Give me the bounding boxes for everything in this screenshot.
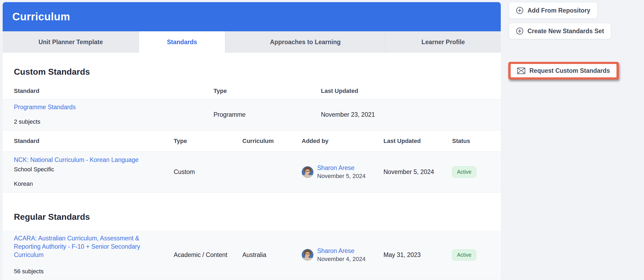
type-cell: Academic / Content	[174, 251, 242, 259]
button-label: Add From Repository	[527, 7, 590, 14]
added-by-meta: Sharon Arese November 5, 2024	[317, 164, 366, 180]
tab-label: Standards	[167, 39, 197, 46]
avatar	[302, 249, 313, 261]
added-by-user-link[interactable]: Sharon Arese	[317, 247, 366, 255]
custom-standards-table-header: Standard Type Last Updated	[3, 83, 501, 99]
added-by-date: November 4, 2024	[317, 256, 366, 263]
added-by-meta: Sharon Arese November 4, 2024	[317, 247, 366, 263]
subjects-count: 2 subjects	[14, 118, 214, 125]
tab-label: Learner Profile	[421, 39, 465, 46]
column-header-type: Type	[174, 138, 242, 145]
button-label: Request Custom Standards	[529, 67, 610, 74]
table-row-nck-standard: NCK: National Curriculum - Korean Langua…	[3, 152, 501, 192]
subjects-count: 56 subjects	[14, 268, 174, 275]
detail-table-header: Standard Type Curriculum Added by Last U…	[3, 130, 501, 152]
tab-standards[interactable]: Standards	[139, 31, 225, 53]
column-header-added-by: Added by	[302, 138, 383, 145]
curriculum-panel: Curriculum Unit Planner Template Standar…	[3, 2, 501, 280]
column-header-curriculum: Curriculum	[242, 138, 302, 145]
programme-standards-link[interactable]: Programme Standards	[14, 104, 214, 111]
tab-approaches-to-learning[interactable]: Approaches to Learning	[225, 31, 386, 53]
table-row-acara-standard: ACARA: Australian Curriculum, Assessment…	[3, 230, 501, 279]
added-by-cell: Sharon Arese November 5, 2024	[302, 164, 383, 180]
standard-scope: School Specific	[14, 166, 174, 173]
page-title: Curriculum	[12, 11, 70, 23]
tab-learner-profile[interactable]: Learner Profile	[386, 31, 501, 53]
column-header-standard: Standard	[14, 88, 214, 94]
tab-bar: Unit Planner Template Standards Approach…	[3, 31, 501, 53]
tab-label: Unit Planner Template	[38, 39, 103, 46]
column-header-standard: Standard	[14, 138, 174, 145]
last-updated-cell: November 5, 2024	[383, 168, 452, 176]
type-cell: Programme	[214, 111, 321, 118]
envelope-icon	[517, 67, 525, 74]
plus-circle-icon	[516, 27, 523, 35]
added-by-cell: Sharon Arese November 4, 2024	[302, 247, 383, 263]
last-updated-cell: May 31, 2023	[383, 251, 452, 259]
status-badge: Active	[452, 167, 476, 177]
request-custom-standards-button[interactable]: Request Custom Standards	[511, 64, 616, 77]
standard-cell: NCK: National Curriculum - Korean Langua…	[14, 152, 174, 192]
status-badge: Active	[452, 249, 476, 260]
custom-standards-heading: Custom Standards	[14, 67, 501, 77]
table-row-programme-standards: Programme Standards 2 subjects Programme…	[3, 99, 501, 130]
tab-label: Approaches to Learning	[270, 39, 341, 46]
plus-circle-icon	[516, 7, 523, 14]
column-header-type: Type	[214, 88, 321, 94]
column-header-last-updated: Last Updated	[321, 88, 499, 94]
tab-unit-planner-template[interactable]: Unit Planner Template	[3, 31, 139, 53]
standard-cell: Programme Standards 2 subjects	[14, 99, 214, 130]
last-updated-cell: November 23, 2021	[321, 111, 499, 118]
highlight-annotation-box: Request Custom Standards	[508, 62, 619, 80]
added-by-date: November 5, 2024	[317, 173, 366, 180]
avatar	[302, 166, 313, 178]
nck-standard-link[interactable]: NCK: National Curriculum - Korean Langua…	[14, 156, 164, 164]
column-header-last-updated: Last Updated	[383, 138, 452, 145]
create-new-standards-set-button[interactable]: Create New Standards Set	[509, 23, 611, 39]
added-by-user-link[interactable]: Sharon Arese	[317, 164, 366, 172]
button-label: Create New Standards Set	[527, 28, 604, 35]
add-from-repository-button[interactable]: Add From Repository	[509, 2, 598, 19]
standard-cell: ACARA: Australian Curriculum, Assessment…	[14, 230, 174, 279]
curriculum-cell: Australia	[242, 251, 302, 259]
regular-standards-heading: Regular Standards	[14, 212, 501, 222]
standard-subject: Korean	[14, 180, 174, 187]
page-header: Curriculum	[3, 2, 501, 31]
column-header-status: Status	[452, 138, 499, 145]
acara-standard-link[interactable]: ACARA: Australian Curriculum, Assessment…	[14, 234, 164, 259]
type-cell: Custom	[174, 168, 242, 176]
